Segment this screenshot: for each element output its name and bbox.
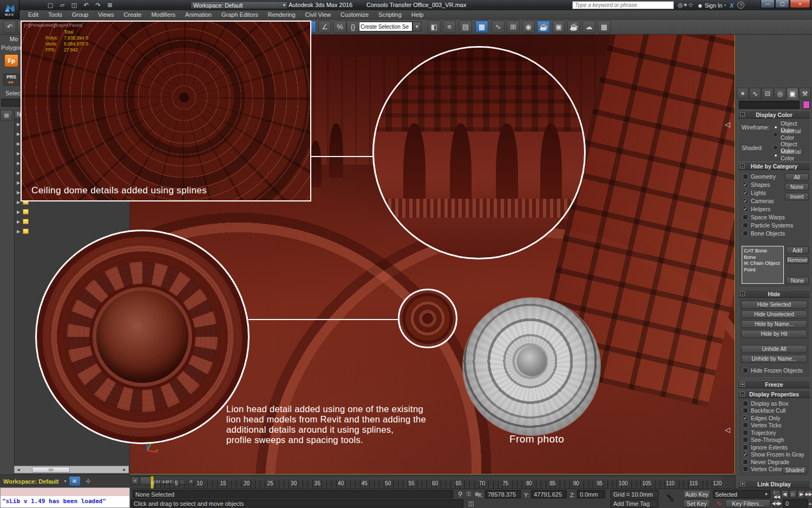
key-mode-dropdown[interactable]: Selected▼ [713, 490, 770, 498]
property-never-degrade[interactable]: Never Degrade [738, 458, 810, 466]
workspace-label[interactable]: Workspace: Default [3, 478, 59, 485]
curve-editor-icon[interactable]: ∿ [492, 21, 505, 33]
category-helpers[interactable]: Helpers [738, 205, 793, 213]
ribbon-tab-modeling[interactable]: Mo [10, 36, 18, 42]
go-to-end-button[interactable]: ▶▶| [806, 490, 812, 498]
hide-unselected-button[interactable]: Hide Unselected [741, 310, 807, 318]
list-add-button[interactable]: Add [786, 246, 809, 254]
menu-rendering[interactable]: Rendering [264, 11, 300, 18]
max-logo-button[interactable]: MAX [0, 0, 19, 19]
property-edges-only[interactable]: Edges Only [738, 414, 810, 422]
property-show-frozen-in-gray[interactable]: Show Frozen in Gray [738, 451, 810, 459]
property-ignore-extents[interactable]: Ignore Extents [738, 444, 810, 451]
mirror-icon[interactable]: ◧ [428, 21, 441, 33]
x-coordinate-field[interactable]: 78578.375 [485, 490, 521, 498]
hide-by-name--button[interactable]: Hide by Name... [741, 320, 807, 328]
render-setup-icon[interactable]: ☕ [537, 21, 550, 33]
explorer-select-menu[interactable]: Select [5, 90, 22, 96]
selection-set-dropdown[interactable]: Create Selection Se [358, 22, 412, 31]
schematic-view-icon[interactable]: ⊞ [507, 21, 520, 33]
layer-manager-icon[interactable]: ▤ [459, 21, 472, 33]
category-list-item[interactable]: IK Chain Object [744, 260, 782, 266]
auto-key-button[interactable]: Auto Key [683, 490, 710, 498]
custom-category-list[interactable]: CAT BoneBoneIK Chain ObjectPoint [742, 246, 784, 284]
minimize-button[interactable]: — [761, 0, 775, 8]
material-editor-icon[interactable]: ◉ [522, 21, 535, 33]
selection-status-field[interactable]: None Selected [133, 490, 453, 498]
expand-icon[interactable]: ▶ [17, 229, 20, 234]
previous-frame-arrow[interactable]: < [131, 477, 139, 485]
render-cloud-icon[interactable]: ☁ [582, 21, 595, 33]
new-scene-icon[interactable]: ▢ [45, 1, 55, 9]
explorer-h-scrollbar[interactable]: ◄ ⦀⦀⦀ ► [14, 466, 129, 473]
search-go-icon[interactable]: ◎ [678, 2, 683, 8]
expand-icon[interactable]: ▶ [17, 161, 20, 166]
add-time-tag[interactable]: Add Time Tag [611, 499, 658, 507]
selection-lock-icon[interactable]: ⚿ [464, 490, 473, 498]
workspace-dropdown[interactable]: Workspace: Default ▾ [191, 1, 288, 9]
category-all-button[interactable]: All [785, 173, 809, 181]
menu-graph-editors[interactable]: Graph Editors [217, 11, 263, 18]
sign-in-button[interactable]: ☻ Sign In ▾ [697, 2, 726, 9]
rollout-freeze[interactable]: +Freeze [738, 380, 810, 388]
fp-button[interactable]: Fp [4, 54, 18, 67]
menu-group[interactable]: Group [68, 11, 93, 18]
menu-scripting[interactable]: Scripting [374, 11, 406, 18]
undo-icon[interactable]: ↶ [81, 1, 91, 9]
rollout-display-color[interactable]: -Display Color [738, 110, 810, 119]
find-icon[interactable]: ⊞ [1, 110, 12, 121]
category-list-item[interactable]: Point [744, 266, 782, 273]
category-list-item[interactable]: Bone [744, 254, 782, 260]
modify-tab[interactable]: ∿ [749, 88, 761, 99]
scene-explorer-icon[interactable]: ▦ [475, 21, 488, 33]
undo-button[interactable]: ↶ [3, 21, 16, 33]
set-key-button[interactable]: Set Key [683, 499, 710, 507]
expand-icon[interactable]: ▶ [17, 122, 20, 127]
list-none-button[interactable]: None [786, 277, 809, 284]
communication-center-icon[interactable]: ✴ [683, 2, 688, 8]
y-coordinate-field[interactable]: 47791.625 [531, 490, 567, 498]
create-tab[interactable]: ✶ [737, 88, 749, 99]
render-gallery-icon[interactable]: ▩ [598, 21, 611, 33]
expand-icon[interactable]: ▶ [17, 190, 20, 195]
shaded-button[interactable]: Shaded [782, 466, 807, 474]
percent-snap-icon[interactable]: % [333, 21, 346, 33]
z-coordinate-field[interactable]: 0.0mm [577, 490, 605, 498]
category-particle-systems[interactable]: Particle Systems [738, 221, 793, 229]
go-to-start-button[interactable]: |◀◀ [773, 490, 781, 498]
menu-customize[interactable]: Customize [336, 11, 373, 18]
category-invert-button[interactable]: Invert [785, 193, 809, 200]
property-display-as-box[interactable]: Display as Box [738, 400, 810, 407]
menu-help[interactable]: Help [407, 11, 428, 18]
key-filters-button[interactable]: Key Filters... [725, 499, 770, 507]
expand-icon[interactable]: ▶ [17, 200, 20, 205]
close-button[interactable]: × [790, 0, 810, 8]
expand-icon[interactable]: ▶ [17, 219, 20, 224]
project-folder-icon[interactable]: ⊞ [105, 1, 115, 9]
object-color-swatch[interactable] [803, 101, 810, 109]
key-step-toggle[interactable]: ◀◀▶ [773, 499, 781, 507]
isolate-selection-icon[interactable]: ⚲ [456, 490, 464, 498]
menu-animation[interactable]: Animation [181, 11, 216, 18]
hide-by-hit-button[interactable]: Hide by Hit [741, 330, 807, 338]
property-backface-cull[interactable]: Backface Cull [738, 407, 810, 415]
shaded-radio-material-color[interactable]: Material Color [773, 151, 810, 159]
current-frame-field[interactable]: 0 [783, 499, 808, 507]
menu-create[interactable]: Create [119, 11, 146, 18]
scene-notes-icon[interactable]: ◫ [467, 499, 475, 507]
motion-tab[interactable]: ◎ [774, 88, 786, 99]
layer-row[interactable]: ▶ [15, 217, 129, 226]
menu-edit[interactable]: Edit [24, 11, 43, 18]
help-icon[interactable]: ? [737, 2, 744, 9]
unhide-by-name--button[interactable]: Unhide by Name... [741, 355, 807, 363]
expand-icon[interactable]: ▶ [17, 151, 20, 156]
open-file-icon[interactable]: ▱ [57, 1, 67, 9]
scroll-right-icon[interactable]: ► [121, 466, 128, 473]
menu-tools[interactable]: Tools [44, 11, 67, 18]
layer-explorer-icon[interactable]: ≋ [69, 476, 81, 486]
hide-hide-frozen-objects[interactable]: Hide Frozen Objects [738, 366, 810, 374]
angle-snap-icon[interactable]: ∠ [318, 21, 331, 33]
maxscript-input-field[interactable] [1, 488, 129, 497]
menu-civil-view[interactable]: Civil View [301, 11, 335, 18]
display-tab[interactable]: ▣ [787, 88, 798, 99]
